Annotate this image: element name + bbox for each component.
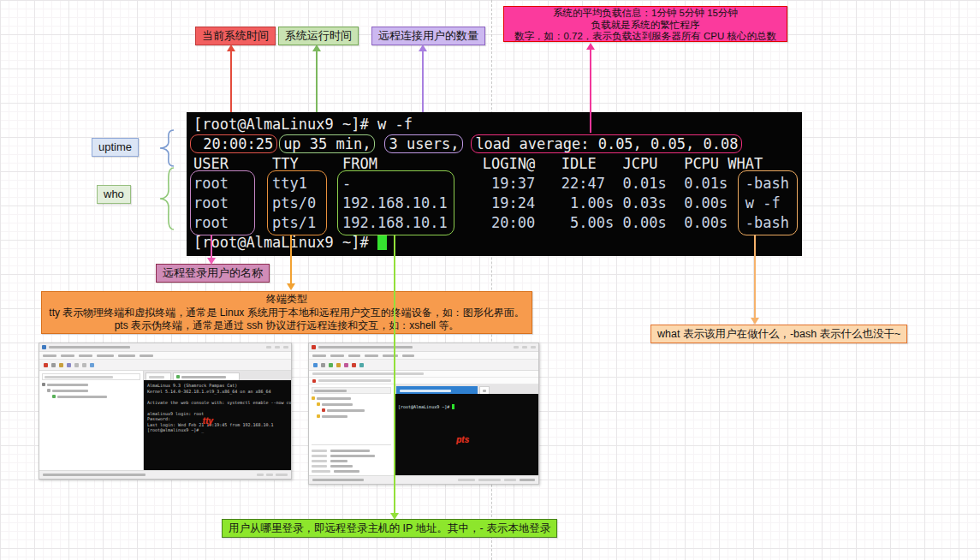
arrow-line-remote-user-name (211, 235, 212, 259)
label-remote-user-count[interactable]: 远程连接用户的数量 (371, 27, 485, 45)
label-current-system-time[interactable]: 当前系统时间 (195, 27, 276, 45)
label-uptime-command[interactable]: uptime (92, 138, 139, 157)
vmware-library-panel[interactable] (39, 371, 144, 470)
arrow-head-uptime (312, 45, 321, 51)
label-from-info[interactable]: 用户从哪里登录，即远程登录主机的 IP 地址。其中，- 表示本地登录 (222, 519, 557, 538)
tty-info-line2: tty 表示物理终端和虚拟终端，通常是 Linux 系统用于本地和远程用户交互的… (42, 307, 532, 320)
load-average-info-box[interactable]: 系统的平均负载信息：1分钟 5分钟 15分钟 负载就是系统的繁忙程序 数字，如：… (503, 6, 787, 42)
pts-stamp: pts (456, 435, 469, 444)
arrow-line-user-count (422, 51, 424, 112)
label-system-uptime[interactable]: 系统运行时间 (278, 27, 359, 45)
toolbar-icon (344, 363, 348, 367)
toolbar-icon (90, 363, 94, 367)
arrow-line-from (394, 235, 395, 514)
xshell-prompt: [root@AlmaLinux9 ~]# (398, 404, 452, 409)
user-column-outline (190, 170, 255, 235)
xshell-ai-bar (309, 378, 538, 384)
arrow-head-remote-user-name (207, 258, 216, 265)
toolbar-icon (359, 363, 364, 367)
from-column-outline (337, 170, 454, 235)
arrow-head-tty-type (287, 283, 295, 290)
arrow-head-load-average (586, 43, 595, 50)
label-current-system-time-text: 当前系统时间 (202, 29, 269, 42)
load-info-line3: 数字，如：0.72，表示负载达到服务器所有 CPU 核心的总数 (504, 31, 787, 43)
uptime-users-boxed: 3 users, (384, 134, 463, 153)
uptime-load-boxed: load average: 0.05, 0.05, 0.08 (471, 134, 742, 153)
vmware-window-controls[interactable] (266, 346, 288, 349)
xshell-toolbar (309, 360, 538, 371)
vmware-titlebar (39, 343, 291, 352)
vmware-console[interactable]: AlmaLinux 9.3 (Shamrock Pampas Cat) Kern… (144, 380, 291, 470)
xshell-active-tab[interactable] (396, 386, 478, 394)
terminal-prompt-line: [root@AlmaLinux9 ~]# w -f (193, 115, 802, 134)
arrow-line-current-time (230, 51, 232, 112)
new-session-icon (313, 363, 318, 367)
uptime-duration-boxed: up 35 min, (279, 134, 375, 153)
vmware-console-line: Activate the web console with: systemctl… (147, 400, 291, 406)
xshell-title-placeholder (318, 346, 413, 349)
arrow-head-from (390, 513, 399, 520)
label-who-command-text: who (104, 188, 124, 200)
brace-who (156, 166, 176, 231)
vmware-toolbar (39, 360, 291, 371)
xshell-tabbar[interactable] (395, 384, 538, 394)
terminal-uptime-line: 20:00:25up 35 min,3 users,load average: … (193, 134, 802, 154)
vmware-tabstrip[interactable] (144, 371, 291, 380)
terminal-type-info-box[interactable]: 终端类型 tty 表示物理终端和虚拟终端，通常是 Linux 系统用于本地和远程… (41, 291, 532, 334)
xshell-app-icon (312, 345, 316, 349)
arrow-line-uptime (316, 51, 318, 112)
label-system-uptime-text: 系统运行时间 (285, 29, 352, 42)
terminal-prompt-line-2: [root@AlmaLinux9 ~]# (193, 233, 802, 253)
snapshot-icon (59, 363, 63, 367)
toolbar-icon (321, 363, 325, 367)
label-what-info-text: what 表示该用户在做什么，-bash 表示什么也没干~ (657, 328, 900, 340)
vmware-console-line: Kernel 5.14.0-362.18.1.el9_3.x86_64 on a… (147, 389, 291, 395)
tty-stamp: tty (203, 416, 213, 426)
vmware-window-screenshot[interactable]: AlmaLinux 9.3 (Shamrock Pampas Cat) Kern… (39, 343, 292, 480)
toolbar-icon (51, 363, 56, 367)
arrow-line-tty-type (290, 235, 292, 284)
new-tab-button[interactable] (479, 386, 490, 394)
label-remote-user-name[interactable]: 远程登录用户的名称 (156, 264, 270, 283)
label-from-info-text: 用户从哪里登录，即远程登录主机的 IP 地址。其中，- 表示本地登录 (229, 522, 550, 534)
arrow-line-what (754, 235, 756, 319)
xshell-menubar (309, 352, 538, 360)
arrow-head-what (751, 318, 759, 325)
toolbar-icon (67, 363, 71, 367)
xshell-titlebar (309, 343, 538, 352)
vmware-app-icon (42, 345, 46, 349)
xshell-window-controls[interactable] (514, 346, 536, 349)
power-icon (44, 363, 48, 367)
toolbar-icon (329, 363, 333, 367)
toolbar-icon (74, 363, 79, 367)
vmware-menubar (39, 352, 291, 360)
load-info-line1: 系统的平均负载信息：1分钟 5分钟 15分钟 (504, 8, 787, 20)
xshell-address-bar[interactable] (309, 371, 538, 378)
vmware-statusbar (39, 470, 291, 479)
vmware-console-line: [root@almalinux9 ~]# _ (147, 427, 291, 433)
label-uptime-command-text: uptime (98, 140, 132, 153)
label-who-command[interactable]: who (97, 185, 131, 204)
label-remote-user-count-text: 远程连接用户的数量 (378, 29, 478, 42)
what-column-outline (738, 170, 798, 235)
uptime-time-boxed: 20:00:25 (190, 134, 277, 153)
label-what-info[interactable]: what 表示该用户在做什么，-bash 表示什么也没干~ (650, 325, 907, 343)
xshell-statusbar (309, 475, 538, 484)
xshell-cursor (452, 404, 454, 409)
assistant-icon (312, 379, 316, 383)
terminal-screenshot[interactable]: [root@AlmaLinux9 ~]# w -f 20:00:25up 35 … (187, 112, 802, 256)
terminal-cursor (377, 235, 387, 250)
vmware-title-placeholder (49, 346, 130, 349)
load-info-line2: 负载就是系统的繁忙程序 (504, 20, 787, 32)
xshell-property-grid (312, 444, 391, 473)
arrow-head-current-time (227, 45, 235, 51)
toolbar-icon (336, 363, 341, 367)
brace-uptime (156, 128, 176, 168)
arrow-head-user-count (419, 45, 427, 51)
tty-column-outline (267, 170, 327, 235)
arrow-line-load-average (590, 49, 591, 133)
xshell-terminal[interactable]: [root@AlmaLinux9 ~]# pts (395, 394, 538, 475)
xshell-window-screenshot[interactable]: [root@AlmaLinux9 ~]# pts (308, 343, 539, 485)
xshell-session-panel[interactable] (309, 384, 395, 475)
diagram-canvas: { "annotations": { "current_time": "当前系统… (0, 0, 980, 560)
